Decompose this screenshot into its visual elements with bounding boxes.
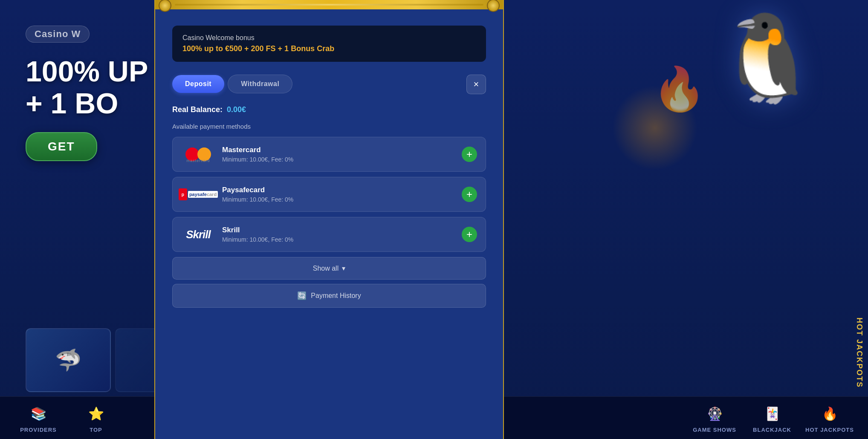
casino-welcome-badge: Casino W bbox=[26, 26, 90, 43]
scroll-knob-left bbox=[159, 0, 171, 12]
paysafecard-logo: p paysafecard bbox=[181, 185, 215, 204]
mastercard-logo: mastercard bbox=[181, 145, 215, 164]
mastercard-logo-graphic: mastercard bbox=[185, 146, 211, 163]
paysafecard-info: Paysafecard Minimum: 10.00€, Fee: 0% bbox=[222, 186, 455, 203]
mastercard-details: Minimum: 10.00€, Fee: 0% bbox=[222, 156, 455, 163]
skrill-logo-graphic: Skrill bbox=[186, 228, 211, 241]
top-icon: ⭐ bbox=[85, 403, 107, 424]
show-all-button[interactable]: Show all ▾ bbox=[172, 257, 486, 280]
get-bonus-button[interactable]: GET bbox=[26, 132, 97, 161]
panel-scroll-top bbox=[154, 0, 504, 9]
mc-text: mastercard bbox=[185, 159, 211, 163]
balance-value: 0.00€ bbox=[227, 105, 246, 114]
blackjack-label: BLACKJACK bbox=[753, 427, 791, 433]
paysafecard-name: Paysafecard bbox=[222, 186, 455, 194]
skrill-logo: Skrill bbox=[181, 225, 215, 244]
scroll-knob-right bbox=[487, 0, 500, 12]
paysafecard-add-button[interactable]: + bbox=[462, 187, 477, 202]
method-card-skrill[interactable]: Skrill Skrill Minimum: 10.00€, Fee: 0% + bbox=[172, 217, 486, 252]
providers-label: PROVIDERS bbox=[20, 427, 57, 433]
paysafe-icon: p bbox=[179, 188, 187, 200]
method-card-paysafecard[interactable]: p paysafecard Paysafecard Minimum: 10.00… bbox=[172, 177, 486, 212]
paysafecard-logo-graphic: p paysafecard bbox=[179, 188, 218, 200]
game-shows-label: GAME SHOWS bbox=[693, 427, 736, 433]
withdrawal-tab[interactable]: Withdrawal bbox=[228, 75, 292, 93]
nav-item-hot-jackpots[interactable]: 🔥 HOT JACKPOTS bbox=[804, 403, 855, 433]
skrill-name: Skrill bbox=[222, 226, 455, 234]
deposit-tab[interactable]: Deposit bbox=[172, 75, 224, 93]
skrill-info: Skrill Minimum: 10.00€, Fee: 0% bbox=[222, 226, 455, 243]
top-label: TOP bbox=[90, 427, 102, 433]
paysafe-wordmark: paysafecard bbox=[188, 191, 218, 198]
game-thumb-1[interactable]: 🦈 bbox=[26, 328, 111, 392]
providers-icon: 📚 bbox=[28, 403, 49, 424]
payment-history-label: Payment History bbox=[311, 292, 361, 300]
show-all-chevron-icon: ▾ bbox=[342, 264, 345, 272]
balance-row: Real Balance: 0.00€ bbox=[172, 105, 486, 114]
skrill-details: Minimum: 10.00€, Fee: 0% bbox=[222, 236, 455, 243]
balance-label: Real Balance: bbox=[172, 105, 223, 114]
character-icon: 🐧 bbox=[715, 9, 821, 109]
flame-icon: 🔥 bbox=[653, 64, 706, 114]
payment-history-icon: 🔄 bbox=[297, 291, 307, 300]
tab-row: Deposit Withdrawal × bbox=[172, 75, 486, 93]
bonus-banner: Casino Welcome bonus 100% up to €500 + 2… bbox=[172, 26, 486, 62]
nav-item-providers[interactable]: 📚 PROVIDERS bbox=[13, 403, 64, 433]
mastercard-add-button[interactable]: + bbox=[462, 147, 477, 162]
hot-jackpots-sidebar: HOT JACKPOTS bbox=[855, 318, 864, 388]
show-all-label: Show all bbox=[313, 265, 339, 272]
mastercard-name: Mastercard bbox=[222, 146, 455, 154]
methods-label: Available payment methods bbox=[172, 123, 486, 130]
blackjack-icon: 🃏 bbox=[761, 403, 783, 424]
payment-panel: Casino Welcome bonus 100% up to €500 + 2… bbox=[154, 0, 504, 439]
method-card-mastercard[interactable]: mastercard Mastercard Minimum: 10.00€, F… bbox=[172, 137, 486, 172]
nav-item-blackjack[interactable]: 🃏 BLACKJACK bbox=[746, 403, 798, 433]
hot-jackpots-nav-label: HOT JACKPOTS bbox=[805, 427, 854, 433]
paysafecard-details: Minimum: 10.00€, Fee: 0% bbox=[222, 196, 455, 203]
mastercard-info: Mastercard Minimum: 10.00€, Fee: 0% bbox=[222, 146, 455, 163]
right-character-area: 🐧 🔥 bbox=[642, 0, 855, 298]
nav-item-game-shows[interactable]: 🎡 GAME SHOWS bbox=[689, 403, 740, 433]
bonus-title: Casino Welcome bonus bbox=[182, 34, 476, 42]
bonus-value: 100% up to €500 + 200 FS + 1 Bonus Crab bbox=[182, 44, 476, 53]
nav-item-top[interactable]: ⭐ TOP bbox=[70, 403, 122, 433]
skrill-add-button[interactable]: + bbox=[462, 227, 477, 242]
game-shows-icon: 🎡 bbox=[704, 403, 725, 424]
close-button[interactable]: × bbox=[466, 75, 486, 94]
hot-jackpots-nav-icon: 🔥 bbox=[819, 403, 840, 424]
payment-history-button[interactable]: 🔄 Payment History bbox=[172, 284, 486, 308]
